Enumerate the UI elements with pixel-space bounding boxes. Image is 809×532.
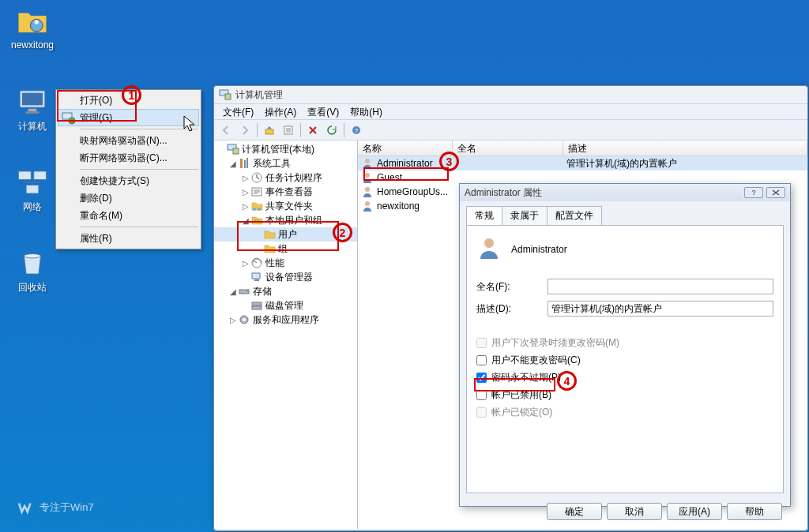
svg-point-9 xyxy=(24,254,41,258)
tab-general[interactable]: 常规 xyxy=(466,206,502,225)
svg-point-40 xyxy=(365,187,370,192)
context-menu: 打开(O) 管理(G) 映射网络驱动器(N)... 断开网络驱动器(C)... … xyxy=(55,89,201,249)
tab-memberof[interactable]: 隶属于 xyxy=(502,206,547,225)
svg-rect-6 xyxy=(19,171,32,180)
tree-storage[interactable]: ◢存储 xyxy=(214,284,357,298)
chk-neverexpire[interactable]: 密码永不过期(P) xyxy=(476,369,773,386)
desktop-icon-network[interactable]: 网络 xyxy=(8,166,57,214)
app-icon xyxy=(219,88,231,101)
list-row-admin[interactable]: Administrator 管理计算机(域)的内置帐户 xyxy=(358,156,807,170)
svg-text:?: ? xyxy=(355,127,359,134)
chk-cannotchange[interactable]: 用户不能更改密码(C) xyxy=(476,351,773,369)
svg-rect-34 xyxy=(252,302,262,305)
tree-diskmgr[interactable]: 磁盘管理 xyxy=(214,298,357,313)
svg-point-27 xyxy=(254,219,257,223)
chk-mustchange[interactable]: 用户下次登录时须更改密码(M) xyxy=(476,334,773,351)
user-large-icon xyxy=(476,235,502,263)
close-button[interactable] xyxy=(766,187,785,198)
svg-rect-13 xyxy=(225,94,231,99)
ctx-disconnect-drive[interactable]: 断开网络驱动器(C)... xyxy=(58,149,199,167)
svg-rect-21 xyxy=(244,160,246,168)
help-button[interactable]: ? xyxy=(348,122,365,139)
menu-file[interactable]: 文件(F) xyxy=(217,104,259,119)
ctx-manage[interactable]: 管理(G) xyxy=(58,109,199,126)
ctx-shortcut[interactable]: 创建快捷方式(S) xyxy=(58,172,199,189)
props-dialog: Administrator 属性 ? 常规 隶属于 配置文件 Administr… xyxy=(459,183,791,507)
svg-rect-31 xyxy=(254,279,259,281)
svg-point-37 xyxy=(243,318,246,321)
user-icon xyxy=(361,171,374,184)
menu-help[interactable]: 帮助(H) xyxy=(344,104,388,119)
svg-point-39 xyxy=(365,173,370,178)
desktop-icon-label: 计算机 xyxy=(8,120,57,133)
menu-action[interactable]: 操作(A) xyxy=(259,104,302,119)
separator xyxy=(80,129,198,129)
menu-view[interactable]: 查看(V) xyxy=(302,104,344,119)
titlebar[interactable]: 计算机管理 xyxy=(214,86,807,103)
svg-point-28 xyxy=(257,219,260,223)
tree-shared[interactable]: ▷共享文件夹 xyxy=(214,199,357,213)
svg-point-38 xyxy=(365,159,370,163)
tree-svcapp[interactable]: ▷服务和应用程序 xyxy=(214,313,357,327)
tree-event[interactable]: ▷事件查看器 xyxy=(214,185,357,199)
tree-users[interactable]: 用户 xyxy=(214,227,357,242)
ctx-map-drive[interactable]: 映射网络驱动器(N)... xyxy=(58,132,199,149)
watermark: 专注于Win7 xyxy=(17,500,94,515)
help-button[interactable]: 帮助 xyxy=(727,503,782,520)
tree-localusers[interactable]: ◢本地用户和组 xyxy=(214,213,357,227)
list-header: 名称 全名 描述 xyxy=(358,140,807,156)
tree-perf[interactable]: ▷性能 xyxy=(214,256,357,270)
svg-rect-14 xyxy=(265,129,273,134)
svg-rect-35 xyxy=(252,306,262,309)
chk-locked[interactable]: 帐户已锁定(O) xyxy=(476,403,773,421)
col-fullname[interactable]: 全名 xyxy=(453,140,563,155)
desktop-icon-newxitong[interactable]: newxitong xyxy=(8,5,57,51)
dlg-titlebar[interactable]: Administrator 属性 ? xyxy=(460,184,790,201)
separator xyxy=(80,227,198,227)
svg-rect-3 xyxy=(22,93,43,106)
back-button[interactable] xyxy=(217,122,235,139)
svg-point-25 xyxy=(253,208,256,211)
desktop-icon-label: 网络 xyxy=(8,200,57,214)
desktop-icon-label: newxitong xyxy=(8,39,57,51)
desktop-icon-computer[interactable]: 计算机 xyxy=(8,85,57,133)
desktop-icon-recycle[interactable]: 回收站 xyxy=(8,246,57,294)
svg-point-33 xyxy=(246,290,248,292)
manage-icon xyxy=(62,111,76,126)
chk-disabled[interactable]: 帐户已禁用(B) xyxy=(476,386,773,403)
help-button[interactable]: ? xyxy=(744,187,763,198)
svg-rect-8 xyxy=(26,185,39,194)
refresh-button[interactable] xyxy=(323,122,341,139)
svg-rect-4 xyxy=(28,109,37,112)
forward-button[interactable] xyxy=(236,122,254,139)
up-button[interactable] xyxy=(261,122,278,139)
computer-icon xyxy=(16,85,49,118)
desc-label: 描述(D): xyxy=(476,302,547,316)
ctx-delete[interactable]: 删除(D) xyxy=(58,189,199,207)
tab-profile[interactable]: 配置文件 xyxy=(547,206,602,225)
svg-point-26 xyxy=(258,208,261,211)
tree-scheduler[interactable]: ▷任务计划程序 xyxy=(214,170,357,185)
user-icon xyxy=(361,200,374,212)
user-icon xyxy=(361,157,374,170)
apply-button[interactable]: 应用(A) xyxy=(667,503,722,520)
svg-point-11 xyxy=(69,118,75,124)
tree-root[interactable]: 计算机管理(本地) xyxy=(214,142,357,156)
fullname-label: 全名(F): xyxy=(476,280,547,294)
ctx-open[interactable]: 打开(O) xyxy=(58,92,199,109)
fullname-input[interactable] xyxy=(547,279,773,294)
col-name[interactable]: 名称 xyxy=(358,140,453,155)
desc-input[interactable] xyxy=(547,301,773,317)
tree-systools[interactable]: ◢系统工具 xyxy=(214,156,357,170)
tree-devmgr[interactable]: 设备管理器 xyxy=(214,270,357,284)
ctx-rename[interactable]: 重命名(M) xyxy=(58,207,199,224)
menubar: 文件(F) 操作(A) 查看(V) 帮助(H) xyxy=(214,103,807,119)
col-desc[interactable]: 描述 xyxy=(563,140,807,155)
ok-button[interactable]: 确定 xyxy=(547,503,602,520)
window-title: 计算机管理 xyxy=(235,88,283,102)
ctx-properties[interactable]: 属性(R) xyxy=(58,230,199,247)
properties-button[interactable] xyxy=(280,122,297,139)
cancel-button[interactable]: 取消 xyxy=(607,503,662,520)
tree-groups[interactable]: 组 xyxy=(214,242,357,256)
delete-button[interactable] xyxy=(304,122,322,139)
